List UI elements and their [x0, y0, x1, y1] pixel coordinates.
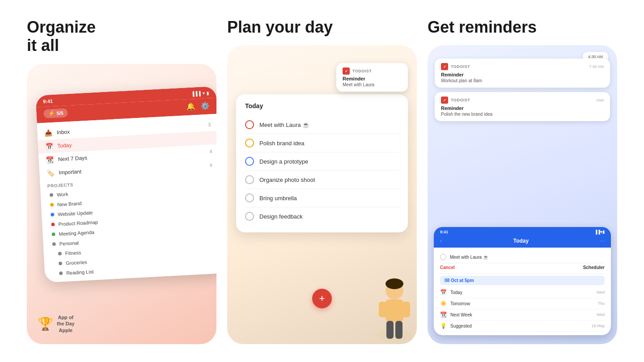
svg-rect-5 [386, 321, 394, 339]
app-of-day-text: App of the Day Apple [57, 314, 75, 333]
task-label-6: Design feedback [259, 213, 303, 220]
scheduler-date: 08 Oct at 5pm [440, 276, 605, 285]
mini-header: ‹ Today ··· [434, 236, 611, 248]
sched-day-today: Wed [597, 290, 605, 295]
mini-task-circle [440, 254, 446, 260]
project-dot [51, 223, 55, 226]
reminder-header: ✓ TODOIST [343, 67, 402, 75]
task-item-3[interactable]: Design a prototype [245, 152, 399, 171]
project-dot [50, 203, 54, 206]
panel1-heading-line1: Organize [27, 18, 96, 36]
todoist-logo: ✓ [343, 67, 350, 75]
task-label-2: Polish brand idea [259, 140, 304, 147]
notif-desc-1: Workout plan at 8am [441, 78, 604, 83]
schedule-option-tomorrow[interactable]: ☀️ Tomorrow Thu [440, 298, 605, 309]
app-of-day-badge: 🏆 App of the Day Apple [38, 314, 75, 333]
schedule-option-nextweek[interactable]: 📆 Next Week Wed [440, 309, 605, 320]
project-dot [52, 242, 56, 246]
sched-day-suggested: 19 May [591, 324, 605, 328]
task-date: Today [245, 102, 399, 109]
project-dot [58, 252, 62, 255]
mini-header-title: Today [513, 238, 529, 244]
panel-reminders: Get reminders 4:30 AM ✓ TODOIST [428, 18, 617, 344]
task-label-1: Meet with Laura ☕ [259, 122, 309, 128]
project-label: Meeting Agenda [59, 229, 94, 236]
project-label: Product Roadmap [58, 219, 98, 227]
task-item-1[interactable]: Meet with Laura ☕ [245, 116, 399, 134]
svg-point-0 [377, 328, 412, 342]
notif-title-1: Reminder [441, 72, 604, 77]
header-icons: 🔔 ⚙️ [186, 101, 210, 111]
task-card: Today Meet with Laura ☕ Polish brand ide… [236, 94, 408, 232]
todoist-logo-2: ✓ [441, 97, 448, 104]
svg-rect-2 [386, 299, 403, 322]
task-item-2[interactable]: Polish brand idea [245, 134, 399, 152]
cancel-button[interactable]: Cancel [440, 265, 455, 270]
karma-badge: ⚡ 5/5 [43, 108, 68, 118]
panel3-heading: Get reminders [428, 18, 617, 36]
mini-task-row[interactable]: Meet with Laura ☕ [440, 251, 605, 263]
svg-rect-4 [402, 302, 410, 317]
next7-icon: 📆 [46, 156, 54, 164]
schedule-option-suggested[interactable]: 💡 Suggested 19 May [440, 320, 605, 332]
sched-day-nextweek: Wed [597, 312, 605, 317]
panel-plan: Plan your day ✓ TODOIST Reminder Meet wi… [227, 18, 417, 344]
mini-time: 9:41 [440, 230, 448, 234]
inbox-icon: 📥 [44, 129, 52, 137]
task-item-5[interactable]: Bring umbrella [245, 189, 399, 207]
panel1-heading: Organize it all [27, 18, 216, 55]
task-circle-2 [245, 139, 254, 147]
svg-rect-3 [379, 302, 387, 317]
sched-label-suggested: Suggested [450, 324, 472, 328]
notification-card-1: ✓ TODOIST 7:30 AM Reminder Workout plan … [435, 59, 610, 88]
badge-line1: App of [58, 315, 73, 320]
task-label-5: Bring umbrella [259, 195, 297, 202]
sched-label-today: Today [450, 290, 462, 295]
reminder-app-name: TODOIST [352, 69, 372, 73]
mini-phone: 9:41 ▐▐▾▮ ‹ Today ··· Meet with Laura ☕ … [434, 227, 611, 335]
project-label: Personal [59, 240, 79, 246]
scheduler-button[interactable]: Scheduler [583, 265, 605, 270]
task-circle-1 [245, 120, 254, 129]
laurel-left-icon: 🏆 [38, 316, 53, 331]
notif-app-1: TODOIST [451, 64, 470, 69]
project-dot [59, 261, 62, 265]
signal-icon: ▐▐▐ [191, 91, 201, 96]
reminder-title: Reminder [343, 76, 402, 81]
project-label: New Brand [57, 201, 82, 207]
mini-back-button[interactable]: ‹ [440, 238, 442, 244]
inbox-count: 3 [208, 122, 211, 127]
task-item-6[interactable]: Design feedback [245, 207, 399, 225]
project-dot [50, 193, 53, 197]
battery-icon: ▮ [206, 90, 209, 95]
project-label: Reading List [66, 269, 94, 275]
badge-line3: Apple [59, 328, 73, 333]
mini-more-button[interactable]: ··· [600, 238, 605, 244]
project-label: Fitness [65, 250, 81, 256]
sched-label-tomorrow: Tomorrow [450, 301, 470, 306]
status-icons: ▐▐▐ ▾ ▮ [191, 90, 209, 96]
task-item-4[interactable]: Organize photo shoot [245, 171, 399, 189]
important-label: Important [59, 168, 81, 176]
gear-icon[interactable]: ⚙️ [201, 101, 210, 110]
panel3-phone-bg: 4:30 AM ✓ TODOIST 7:30 AM Remi [428, 45, 617, 344]
notification-stack: ✓ TODOIST 7:30 AM Reminder Workout plan … [435, 59, 610, 126]
bell-icon[interactable]: 🔔 [186, 101, 196, 110]
karma-value: 5/5 [56, 110, 64, 116]
next7-count: 4 [209, 148, 212, 154]
today-label: Today [57, 142, 72, 149]
schedule-option-today[interactable]: 📅 Today Wed [440, 287, 605, 298]
reminder-desc: Meet with Laura [343, 82, 402, 87]
badge-line2: the Day [57, 321, 75, 326]
important-icon: 🏷️ [47, 169, 55, 177]
fab-add-button[interactable]: + [312, 289, 332, 308]
task-circle-3 [245, 157, 254, 166]
notif-header-1: ✓ TODOIST 7:30 AM [441, 63, 604, 70]
status-time: 9:41 [43, 98, 53, 104]
mini-phone-body: Meet with Laura ☕ Cancel Scheduler 08 Oc… [434, 248, 611, 335]
notification-card-2: ✓ TODOIST now Reminder Polish the new br… [435, 92, 610, 121]
todoist-logo-1: ✓ [441, 63, 448, 70]
chevron-icon: ∨ [209, 162, 213, 168]
fab-icon: + [319, 294, 325, 303]
mini-status-icons: ▐▐▾▮ [594, 230, 605, 234]
